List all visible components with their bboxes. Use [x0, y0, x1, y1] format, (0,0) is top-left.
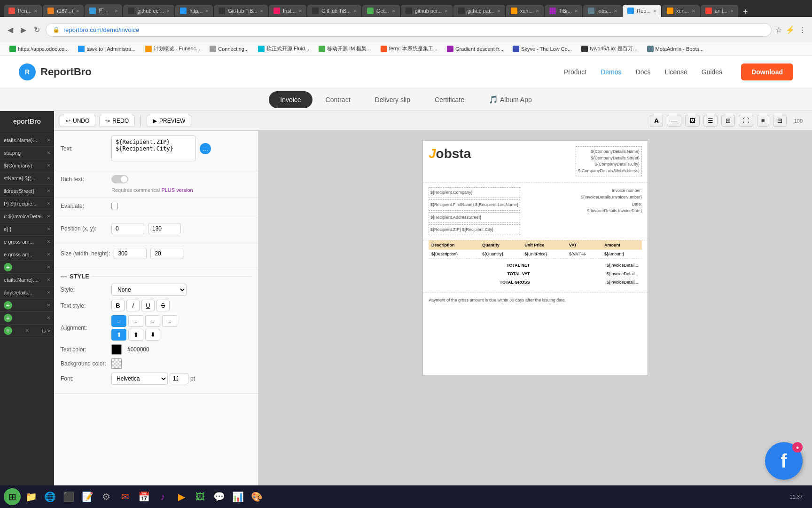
- taskbar-files[interactable]: 📁: [23, 488, 39, 505]
- align-justify-button[interactable]: ≡: [162, 315, 177, 327]
- text-color-swatch[interactable]: [111, 344, 122, 355]
- style-select[interactable]: None: [111, 284, 187, 296]
- tab-187[interactable]: (187...)×: [43, 5, 84, 17]
- undo-button[interactable]: ↩ UNDO: [60, 115, 95, 127]
- forward-button[interactable]: ▶: [19, 24, 28, 36]
- text-tool[interactable]: A: [650, 115, 663, 127]
- sidebar-add-3[interactable]: +: [4, 314, 12, 322]
- tab-get[interactable]: Get...×: [362, 5, 400, 17]
- size-h-input[interactable]: [150, 248, 183, 259]
- bookmark-tawk[interactable]: tawk.to | Administra...: [74, 44, 139, 54]
- redo-button[interactable]: ↪ REDO: [99, 115, 135, 127]
- text-input[interactable]: ${Recipient.ZIP} ${Recipient.City}: [111, 135, 196, 161]
- sidebar-close-12[interactable]: ×: [47, 277, 50, 283]
- bookmark-ferry[interactable]: ferry: 本系统是集工...: [377, 44, 441, 54]
- strikethrough-button[interactable]: S: [156, 300, 170, 311]
- taskbar-video[interactable]: ▶: [173, 488, 190, 505]
- taskbar-photos[interactable]: 🖼: [192, 488, 209, 505]
- sidebar-close-4[interactable]: ×: [47, 175, 50, 182]
- tab-anit[interactable]: anit...×: [701, 5, 738, 17]
- nav-product[interactable]: Product: [564, 68, 586, 76]
- tab-rep[interactable]: Rep...×: [623, 5, 661, 17]
- menu-icon[interactable]: ⋮: [799, 25, 806, 34]
- align-middle-button[interactable]: ⬆: [128, 329, 143, 341]
- demo-tab-delivery[interactable]: Delivery slip: [364, 91, 422, 108]
- section-tool[interactable]: ⊟: [773, 115, 787, 127]
- demo-tab-album[interactable]: 🎵Album App: [477, 90, 543, 109]
- address-bar[interactable]: 🔒 reportbro.com/demo/invoice: [46, 23, 772, 37]
- position-x-input[interactable]: [111, 223, 144, 234]
- rich-text-toggle[interactable]: [111, 175, 128, 183]
- align-top-button[interactable]: ⬆: [111, 329, 126, 341]
- list-tool[interactable]: ☰: [703, 115, 718, 127]
- doc-page[interactable]: Jobsta ${CompanyDetails.Name} ${CompanyD…: [422, 140, 648, 375]
- sidebar-add-2[interactable]: +: [4, 301, 12, 310]
- taskbar-code[interactable]: 📝: [79, 488, 96, 505]
- band-tool[interactable]: ≡: [757, 115, 769, 127]
- sidebar-close-14[interactable]: ×: [47, 302, 50, 309]
- taskbar-music[interactable]: ♪: [154, 488, 171, 505]
- tab-pen[interactable]: Pen...×: [4, 5, 42, 17]
- tab-github-tib2[interactable]: GitHub TiB...×: [307, 5, 361, 17]
- italic-button[interactable]: I: [126, 300, 140, 311]
- sidebar-close-10[interactable]: ×: [47, 251, 50, 258]
- taskbar-start[interactable]: ⊞: [4, 488, 21, 505]
- tab-tibr[interactable]: TiBr...×: [545, 5, 583, 17]
- taskbar-paint[interactable]: 🎨: [248, 488, 265, 505]
- taskbar-office[interactable]: 📊: [229, 488, 246, 505]
- sidebar-add-1[interactable]: +: [4, 263, 12, 271]
- tab-inst[interactable]: Inst...×: [269, 5, 306, 17]
- font-select[interactable]: Helvetica: [111, 373, 168, 385]
- position-y-input[interactable]: [148, 223, 181, 234]
- tab-github-tib1[interactable]: GitHub TiB...×: [214, 5, 268, 17]
- new-tab-button[interactable]: +: [739, 7, 752, 17]
- sidebar-close-5[interactable]: ×: [47, 188, 50, 194]
- sidebar-close-1[interactable]: ×: [47, 137, 50, 143]
- sidebar-close-2[interactable]: ×: [47, 150, 50, 156]
- reload-button[interactable]: ↻: [32, 24, 42, 36]
- tab-github-per[interactable]: github per...×: [401, 5, 453, 17]
- demo-tab-certificate[interactable]: Certificate: [423, 91, 476, 108]
- nav-docs[interactable]: Docs: [636, 68, 651, 76]
- sidebar-close-9[interactable]: ×: [47, 238, 50, 245]
- underline-button[interactable]: U: [141, 300, 155, 311]
- sidebar-add-4[interactable]: +: [4, 326, 12, 335]
- sidebar-close-13[interactable]: ×: [47, 289, 50, 296]
- bookmark-tywo45[interactable]: tywo45/t-io: 是百万...: [578, 44, 641, 54]
- bookmark-gradient[interactable]: Gradient descent fr...: [443, 44, 507, 54]
- bookmark-im[interactable]: 移动开源 IM 框架...: [315, 44, 375, 54]
- taskbar-settings[interactable]: ⚙: [98, 488, 115, 505]
- align-center-button[interactable]: ≡: [128, 315, 143, 327]
- sidebar-close-6[interactable]: ×: [47, 200, 50, 207]
- tab-http[interactable]: http...×: [175, 5, 213, 17]
- fb-widget[interactable]: f ●: [765, 442, 803, 480]
- tab-4[interactable]: 四...×: [85, 4, 122, 17]
- bookmark-fluid[interactable]: 软正式开源 Fluid...: [254, 44, 313, 54]
- nav-license[interactable]: License: [664, 68, 687, 76]
- font-size-input[interactable]: [170, 373, 188, 384]
- tab-xun2[interactable]: xun...×: [662, 5, 700, 17]
- line-tool[interactable]: —: [667, 115, 681, 127]
- taskbar-terminal[interactable]: ⬛: [60, 488, 77, 505]
- demo-tab-invoice[interactable]: Invoice: [269, 91, 312, 108]
- align-bottom-button[interactable]: ⬇: [145, 329, 160, 341]
- sidebar-close-11[interactable]: ×: [47, 264, 50, 270]
- table-tool[interactable]: ⊞: [721, 115, 735, 127]
- bookmark-funenc[interactable]: 计划概览 - Funenc...: [141, 44, 204, 54]
- bookmark-skyve[interactable]: Skyve - The Low Co...: [509, 44, 576, 54]
- demo-tab-contract[interactable]: Contract: [314, 91, 362, 108]
- bookmark-odoo[interactable]: https://apps.odoo.co...: [6, 44, 72, 54]
- image-tool[interactable]: 🖼: [685, 115, 700, 127]
- taskbar-calendar[interactable]: 📅: [135, 488, 152, 505]
- back-button[interactable]: ◀: [6, 24, 15, 36]
- preview-button[interactable]: ▶ PREVIEW: [147, 115, 191, 127]
- extensions-icon[interactable]: ⚡: [786, 25, 795, 34]
- bookmark-icon[interactable]: ☆: [775, 25, 782, 34]
- align-left-button[interactable]: ≡: [111, 315, 126, 327]
- tab-github-par[interactable]: github par...×: [453, 5, 505, 17]
- tab-github-ecl[interactable]: github ecl...×: [123, 5, 174, 17]
- plus-version-link[interactable]: PLUS version: [161, 187, 193, 193]
- sidebar-close-8[interactable]: ×: [47, 226, 50, 232]
- bold-button[interactable]: B: [111, 300, 125, 311]
- download-button[interactable]: Download: [741, 64, 793, 80]
